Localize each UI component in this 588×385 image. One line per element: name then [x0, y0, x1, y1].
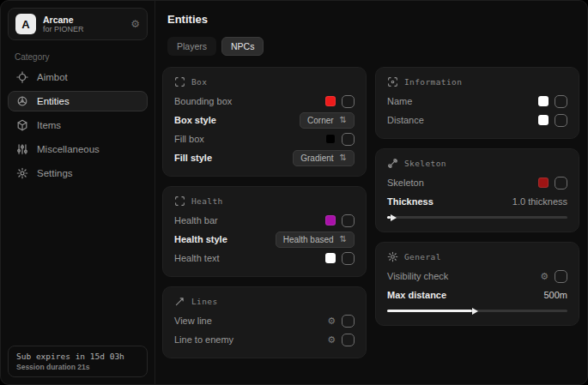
color-swatch[interactable] [325, 253, 336, 263]
line-config-gear-icon[interactable]: ⚙ [327, 316, 336, 327]
slider-fill [387, 216, 391, 219]
checkbox[interactable] [342, 252, 355, 265]
select-expander-icon: ⇅ [340, 153, 347, 162]
setting-label: Health style [174, 234, 227, 244]
line-config-gear-icon[interactable]: ⚙ [327, 334, 336, 346]
setting-label: Box style [174, 115, 216, 125]
setting-row-thickness: Thickness 1.0 thickness [387, 192, 567, 211]
max-distance-slider[interactable] [387, 310, 567, 312]
setting-label: Skeleton [387, 177, 424, 188]
subscription-info: Sub expires in 15d 03h Session duration … [8, 346, 148, 377]
setting-label: Line to enemy [174, 334, 233, 345]
app-title: Arcane [43, 15, 124, 25]
health-style-select[interactable]: Health based ⇅ [276, 232, 355, 248]
setting-label: Health bar [174, 215, 218, 226]
slider-thumb[interactable] [391, 214, 397, 221]
app-window: A Arcane for PIONER ⚙ Category Aimbot En… [0, 0, 588, 385]
setting-label: Max distance [387, 290, 446, 300]
session-duration-text: Session duration 21s [16, 363, 139, 371]
sidebar-nav: Aimbot Entities Items Miscellaneous [8, 67, 148, 183]
thickness-slider[interactable] [387, 216, 567, 219]
color-swatch[interactable] [325, 215, 336, 226]
card-health-header: Health [174, 195, 355, 207]
visibility-config-gear-icon[interactable]: ⚙ [540, 271, 549, 282]
color-swatch[interactable] [325, 134, 336, 144]
max-distance-value: 500m [543, 290, 567, 300]
color-swatch[interactable] [538, 177, 549, 188]
brand-gear-icon[interactable]: ⚙ [130, 18, 140, 30]
card-title: Skeleton [404, 159, 446, 168]
setting-label: Thickness [387, 196, 433, 207]
setting-row-view-line: View line ⚙ [174, 311, 355, 330]
box-style-select[interactable]: Corner ⇅ [300, 112, 355, 129]
sidebar-item-items[interactable]: Items [8, 115, 148, 135]
setting-label: View line [174, 316, 212, 326]
checkbox[interactable] [342, 133, 355, 146]
select-value: Gradient [300, 153, 333, 163]
thickness-value: 1.0 thickness [512, 196, 567, 207]
sidebar-item-settings[interactable]: Settings [8, 163, 148, 183]
category-label: Category [15, 52, 141, 62]
card-title: Lines [191, 297, 218, 306]
slider-thumb[interactable] [472, 308, 478, 315]
setting-row-health-bar: Health bar [174, 211, 355, 230]
setting-row-fill-box: Fill box [174, 129, 355, 148]
card-box-header: Box [174, 75, 355, 87]
slider-fill [387, 310, 472, 312]
sidebar-item-label: Miscellaneous [37, 144, 100, 154]
checkbox[interactable] [342, 334, 355, 346]
package-icon [16, 119, 28, 131]
setting-label: Fill box [174, 134, 204, 144]
card-title: General [404, 252, 441, 262]
checkbox[interactable] [555, 177, 567, 189]
color-swatch[interactable] [538, 115, 549, 125]
checkbox[interactable] [555, 95, 567, 108]
setting-row-health-text: Health text [174, 249, 355, 268]
crop-marks-icon [174, 76, 185, 87]
setting-row-name: Name [387, 92, 567, 111]
card-lines: Lines View line ⚙ Line to enemy ⚙ [162, 286, 367, 358]
setting-label: Distance [387, 115, 424, 125]
setting-row-max-distance: Max distance 500m [387, 286, 567, 304]
setting-row-visibility-check: Visibility check ⚙ [387, 267, 567, 286]
checkbox[interactable] [555, 270, 567, 283]
color-swatch[interactable] [538, 96, 549, 106]
gear-icon [16, 167, 28, 179]
checkbox[interactable] [555, 114, 567, 127]
checkbox[interactable] [342, 315, 355, 328]
app-logo: A [15, 14, 36, 34]
setting-label: Name [387, 96, 412, 106]
brand-text: Arcane for PIONER [43, 15, 124, 33]
setting-label: Bounding box [174, 96, 232, 106]
sidebar-item-entities[interactable]: Entities [8, 91, 148, 111]
card-information: Information Name Distance [375, 67, 579, 139]
card-box: Box Bounding box Box style Corner ⇅ [162, 67, 367, 177]
brand-card: A Arcane for PIONER ⚙ [8, 8, 148, 40]
setting-label: Visibility check [387, 271, 448, 281]
select-expander-icon: ⇅ [340, 116, 347, 124]
setting-row-health-style: Health style Health based ⇅ [174, 230, 355, 249]
card-general-header: General [387, 250, 567, 262]
card-title: Box [191, 77, 207, 87]
right-column: Information Name Distance [375, 67, 579, 358]
entities-icon [16, 95, 28, 107]
checkbox[interactable] [342, 214, 355, 227]
card-skeleton-header: Skeleton [387, 157, 567, 169]
sidebar-item-label: Aimbot [37, 72, 68, 82]
select-expander-icon: ⇅ [340, 235, 347, 244]
sidebar-item-aimbot[interactable]: Aimbot [8, 67, 148, 87]
tab-npcs[interactable]: NPCs [221, 37, 264, 56]
fill-style-select[interactable]: Gradient ⇅ [293, 150, 355, 166]
select-value: Corner [307, 116, 334, 125]
sidebar-item-miscellaneous[interactable]: Miscellaneous [8, 139, 148, 159]
setting-label: Fill style [174, 153, 212, 163]
setting-row-skeleton: Skeleton [387, 173, 567, 192]
sidebar-item-label: Entities [37, 96, 70, 106]
crosshair-icon [16, 71, 28, 83]
color-swatch[interactable] [325, 96, 336, 106]
sidebar: A Arcane for PIONER ⚙ Category Aimbot En… [1, 1, 155, 384]
tab-players[interactable]: Players [167, 37, 216, 56]
sidebar-item-label: Items [37, 120, 61, 130]
card-general: General Visibility check ⚙ Max distance … [375, 242, 579, 326]
checkbox[interactable] [342, 95, 355, 108]
